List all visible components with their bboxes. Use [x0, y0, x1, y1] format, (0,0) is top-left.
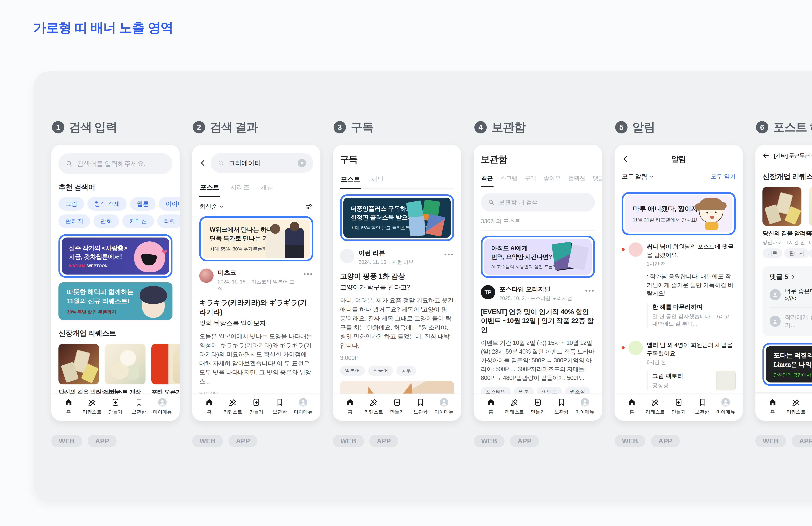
platform-badges: WEB APP — [614, 435, 680, 448]
quoted-post[interactable]: 그림 팩토리 공장장 — [647, 371, 736, 391]
back-arrow-icon[interactable] — [763, 152, 770, 159]
nav-home[interactable]: 홈 — [200, 398, 218, 421]
comment-input[interactable]: 작가에게 힘이 되는 한마디 남기기... — [770, 313, 812, 329]
tab-channels[interactable]: 채널 — [260, 179, 274, 196]
nav-library[interactable]: 보관함 — [411, 398, 430, 421]
highlighted-strip-banner[interactable]: 더중앙플러스 구독하고 한정판 플러스북 받으세요! 최대 66% 할인 받고 … — [340, 194, 454, 241]
nav-request[interactable]: 리퀘스트 — [505, 398, 524, 421]
notification-filter[interactable]: 모든 알림 — [622, 172, 647, 181]
nav-home[interactable]: 홈 — [623, 398, 641, 421]
tag-chip[interactable]: 그림 — [58, 197, 84, 210]
back-chevron-icon[interactable] — [622, 155, 629, 163]
tag-chip[interactable]: 리퀘 — [157, 215, 179, 228]
nav-request[interactable]: 리퀘스트 — [365, 398, 383, 421]
back-chevron-icon[interactable] — [199, 159, 207, 167]
clear-icon[interactable] — [298, 159, 306, 167]
author-avatar[interactable] — [340, 249, 354, 263]
tab-posts[interactable]: 포스트 — [199, 179, 220, 196]
tag-chip[interactable]: 창작 소재 — [87, 197, 127, 210]
postype-avatar[interactable]: TP — [481, 285, 495, 299]
author-name[interactable]: 미츠코 — [218, 268, 299, 277]
nav-home[interactable]: 홈 — [764, 398, 782, 421]
highlighted-strip-banner[interactable]: 포타는 덕질의 기록, Limen은 나의 기록 당신만의 공간에서 마음을 그… — [763, 343, 812, 386]
tab-posts[interactable]: 포스트 — [340, 171, 361, 189]
nav-home[interactable]: 홈 — [59, 398, 78, 421]
home-icon — [487, 398, 495, 407]
post-title[interactable]: 고양이 핑퐁 1화 감상 — [340, 272, 454, 281]
author-name[interactable]: 이런 리뷰 — [359, 249, 414, 257]
highlighted-strip-banner[interactable]: W위크에서 만나는 하네 단독 특가로 만나는 겨울옷 최대 55%+30% 추… — [199, 216, 313, 261]
highlighted-strip-banner[interactable]: 설주 작가의 <사랑충> 지금, 왓챠웹툰에서! WATCHA WEBTOON — [58, 234, 173, 278]
number-badge: 2 — [193, 121, 205, 133]
highlighted-strip-banner[interactable]: 아직도 AI에게 번역, 요약만 시킨다면? AI 고수들의 사용법과 실전 프… — [481, 236, 595, 278]
nav-request[interactable]: 리퀘스트 — [787, 398, 805, 421]
search-icon — [218, 160, 224, 166]
tab-scrap[interactable]: 스크랩 — [500, 170, 518, 187]
column-label: 5 알림 — [615, 119, 655, 135]
more-icon[interactable]: ••• — [444, 249, 454, 258]
app-badge: APP — [88, 435, 117, 448]
nav-request[interactable]: 리퀘스트 — [83, 398, 101, 421]
tab-recent[interactable]: 최근 — [481, 170, 494, 187]
tab-channels[interactable]: 채널 — [370, 171, 385, 189]
my-avatar — [770, 316, 781, 327]
highlighted-strip-banner[interactable]: 마루 애니됐다, 짱이지? 11월 21일 라프텔에서 만나요! — [622, 192, 736, 235]
comments-header[interactable]: 댓글 5 — [770, 273, 812, 281]
tag-chip[interactable]: 만화 — [93, 215, 119, 228]
nav-library[interactable]: 보관함 — [130, 398, 148, 421]
post-title[interactable]: [EVENT] 연휴 맞이 인기작 40% 할인 이벤트 ~10월 12일 | … — [481, 307, 595, 334]
tag-chip[interactable]: 커미션 — [122, 215, 154, 228]
pen-icon — [229, 398, 237, 407]
tab-comments[interactable]: 댓글 — [592, 170, 602, 187]
nav-mymenu[interactable]: 마이메뉴 — [153, 398, 172, 421]
post-title[interactable]: キラキラ(키라키라)와 ギラギラ(기라기라) — [199, 298, 313, 317]
author-avatar[interactable] — [199, 268, 214, 283]
notification-item[interactable]: 엘리 님 외 4명이 회원님의 채널을 구독했어요. 8시간 전 그림 팩토리 … — [622, 341, 736, 391]
illustration-thumbnail — [809, 187, 812, 226]
tag-chip[interactable]: 웹툰 — [130, 197, 156, 210]
more-icon[interactable]: ••• — [304, 268, 313, 277]
nav-library[interactable]: 보관함 — [271, 398, 289, 421]
strip-banner-november[interactable]: 따뜻한 혜택과 함께하는 11월의 신규 리퀘스트! 30% 특별 할인 쿠폰까… — [58, 282, 173, 320]
read-all-button[interactable]: 모두 읽기 — [711, 173, 736, 180]
tag-chip[interactable]: 아이디어 — [159, 197, 179, 210]
nav-create[interactable]: 만들기 — [106, 398, 125, 421]
nav-mymenu[interactable]: 마이메뉴 — [294, 398, 312, 421]
more-icon[interactable]: ••• — [585, 285, 595, 294]
pen-icon — [369, 398, 378, 407]
nav-library[interactable]: 보관함 — [693, 398, 711, 421]
tab-collections[interactable]: 컬렉션 — [568, 170, 586, 187]
search-input[interactable]: 크리에이터 — [211, 153, 313, 173]
nav-request[interactable]: 리퀘스트 — [646, 398, 664, 421]
tab-series[interactable]: 시리즈 — [230, 179, 250, 196]
nav-request[interactable]: 리퀘스트 — [224, 398, 242, 421]
column-subscriptions: 3 구독 구독 포스트 채널 더중앙플러스 구독하고 한정판 플러스북 받으세요… — [333, 71, 461, 500]
library-search-input[interactable]: 보관함 내 검색 — [481, 193, 595, 211]
filter-icon[interactable] — [305, 203, 313, 211]
nav-mymenu[interactable]: 마이메뉴 — [716, 398, 735, 421]
quoted-post[interactable]: 한 해를 마무리하며 일 년 동안 감사했습니다. 그리고 내년에도 잘 부탁.… — [647, 303, 736, 327]
notification-item[interactable]: 써니 님이 회원님의 포스트에 댓글을 남겼어요. 1시간 전 : 작가님 응원… — [622, 243, 736, 327]
nav-create[interactable]: 만들기 — [247, 398, 265, 421]
tarot-thumbnail — [763, 187, 801, 226]
sort-select[interactable]: 최신순 — [199, 202, 217, 211]
nav-mymenu[interactable]: 마이메뉴 — [435, 398, 453, 421]
nav-mymenu[interactable]: 마이메뉴 — [576, 398, 594, 421]
search-input[interactable]: 검색어를 입력해주세요. — [58, 153, 173, 174]
app-badge: APP — [510, 435, 539, 448]
nav-create[interactable]: 만들기 — [388, 398, 406, 421]
tag-chip[interactable]: 판타지 — [58, 215, 90, 228]
nav-create[interactable]: 만들기 — [529, 398, 547, 421]
nav-home[interactable]: 홈 — [482, 398, 500, 421]
tab-purchases[interactable]: 구매 — [524, 170, 537, 187]
nav-create[interactable]: 만들기 — [670, 398, 688, 421]
tab-likes[interactable]: 좋아요 — [543, 170, 562, 187]
web-badge: WEB — [755, 435, 786, 448]
nav-create[interactable]: 만들기 — [810, 398, 812, 421]
nav-home[interactable]: 홈 — [341, 398, 359, 421]
request-card[interactable]: 일러스트 개장 냐냐 · 2시간 전 일러스트 — [809, 187, 812, 258]
request-card[interactable]: 당신의 길을 알려줄 타로 명인타로 · 1시간 전 타로판타지 — [763, 187, 803, 258]
author-name[interactable]: 포스타입 오리지널 — [499, 285, 572, 293]
nav-library[interactable]: 보관함 — [552, 398, 570, 421]
app-badge: APP — [369, 435, 398, 448]
